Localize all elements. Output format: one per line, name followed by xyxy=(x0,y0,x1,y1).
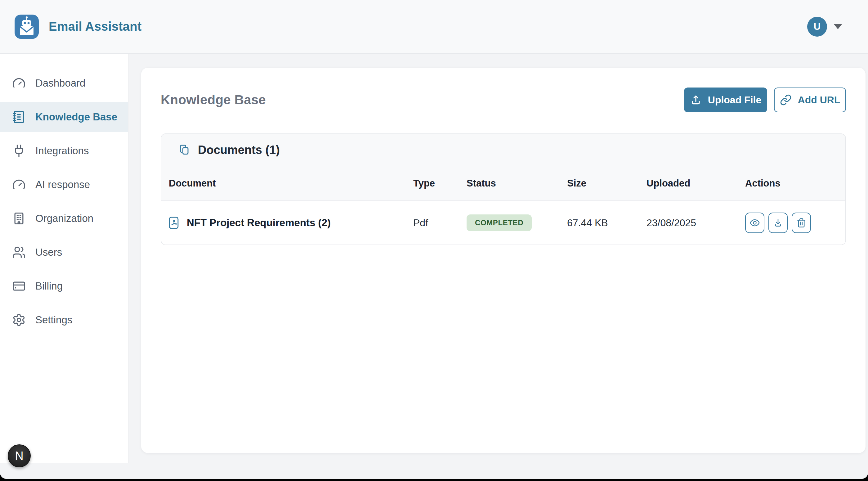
nextjs-dev-badge-letter: N xyxy=(15,449,23,463)
app-title: Email Assistant xyxy=(49,20,142,33)
document-uploaded-date: 23/08/2025 xyxy=(647,217,745,229)
credit-card-icon xyxy=(12,279,26,293)
upload-file-button[interactable]: Upload File xyxy=(684,88,767,112)
knowledge-base-panel: Knowledge Base Upload File Add URL xyxy=(141,68,866,453)
notebook-icon xyxy=(12,110,26,124)
sidebar-item-label: Dashboard xyxy=(35,77,85,89)
document-name[interactable]: NFT Project Requirements (2) xyxy=(187,217,331,229)
plug-icon xyxy=(12,144,26,158)
table-row: NFT Project Requirements (2) Pdf COMPLET… xyxy=(161,201,845,244)
sidebar-item-users[interactable]: Users xyxy=(0,237,128,268)
sidebar-item-label: Integrations xyxy=(35,145,89,157)
eye-icon xyxy=(749,217,760,228)
download-document-button[interactable] xyxy=(768,213,788,233)
sidebar-item-ai-response[interactable]: AI response xyxy=(0,170,128,200)
email-assistant-logo-icon xyxy=(14,14,39,39)
sidebar-item-organization[interactable]: Organization xyxy=(0,203,128,234)
link-icon xyxy=(780,94,792,106)
column-header-type: Type xyxy=(413,178,467,189)
gear-icon xyxy=(12,313,26,327)
users-icon xyxy=(12,245,26,260)
sidebar-item-label: Settings xyxy=(35,314,72,326)
sidebar-item-label: Users xyxy=(35,246,62,258)
app-window: Email Assistant U Dashboard Knowledge Ba… xyxy=(0,0,868,479)
document-type: Pdf xyxy=(413,217,467,229)
document-size: 67.44 KB xyxy=(567,217,647,229)
sidebar-item-billing[interactable]: Billing xyxy=(0,271,128,301)
sidebar-item-label: Knowledge Base xyxy=(35,111,117,123)
upload-file-label: Upload File xyxy=(708,94,761,106)
table-header-row: Document Type Status Size Uploaded Actio… xyxy=(161,166,845,201)
column-header-actions: Actions xyxy=(745,178,845,189)
add-url-label: Add URL xyxy=(798,94,840,106)
documents-card-header: Documents (1) xyxy=(161,134,845,166)
column-header-status: Status xyxy=(467,178,567,189)
nextjs-dev-badge[interactable]: N xyxy=(8,444,31,467)
page-title: Knowledge Base xyxy=(161,92,266,108)
building-icon xyxy=(12,211,26,226)
upload-icon xyxy=(690,94,702,106)
documents-card: Documents (1) Document Type Status Size … xyxy=(161,133,846,245)
column-header-document: Document xyxy=(169,178,413,189)
gauge-icon xyxy=(12,76,26,90)
status-badge: COMPLETED xyxy=(467,214,532,231)
gauge-icon xyxy=(12,178,26,192)
sidebar-item-dashboard[interactable]: Dashboard xyxy=(0,68,128,98)
sidebar-item-label: Organization xyxy=(35,213,93,224)
pages-icon xyxy=(179,144,190,155)
view-document-button[interactable] xyxy=(745,213,765,233)
avatar[interactable]: U xyxy=(807,17,827,37)
chevron-down-icon[interactable] xyxy=(834,24,842,29)
sidebar-item-label: AI response xyxy=(35,179,90,190)
sidebar-item-knowledge-base[interactable]: Knowledge Base xyxy=(0,102,128,132)
trash-icon xyxy=(796,217,807,228)
column-header-size: Size xyxy=(567,178,647,189)
sidebar-item-integrations[interactable]: Integrations xyxy=(0,136,128,166)
column-header-uploaded: Uploaded xyxy=(647,178,745,189)
pdf-file-icon xyxy=(169,217,179,229)
main-content: Knowledge Base Upload File Add URL xyxy=(128,54,868,463)
delete-document-button[interactable] xyxy=(792,213,811,233)
sidebar-item-label: Billing xyxy=(35,280,63,292)
sidebar-item-settings[interactable]: Settings xyxy=(0,305,128,335)
download-icon xyxy=(773,217,783,228)
add-url-button[interactable]: Add URL xyxy=(774,88,846,112)
top-bar: Email Assistant U xyxy=(0,0,868,54)
documents-card-title: Documents (1) xyxy=(198,143,280,157)
sidebar: Dashboard Knowledge Base Integrations AI… xyxy=(0,54,128,463)
user-menu[interactable]: U xyxy=(807,17,842,37)
